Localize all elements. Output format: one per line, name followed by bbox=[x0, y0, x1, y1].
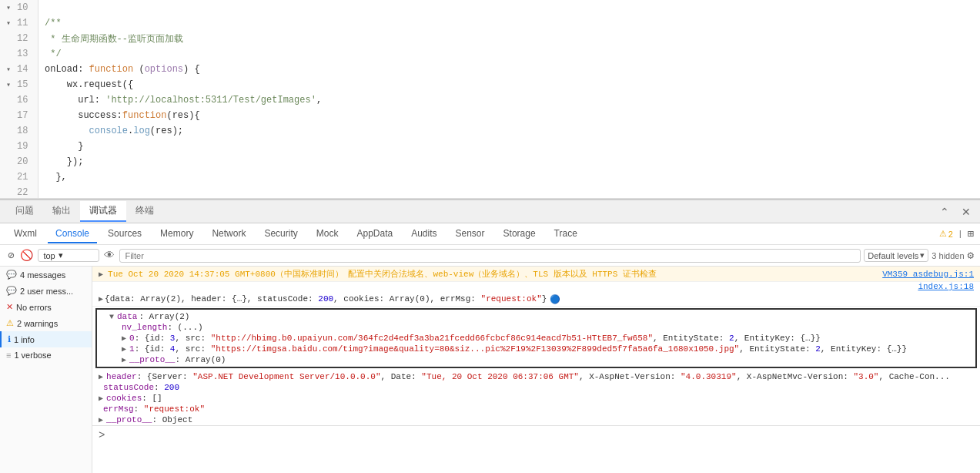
clear-console-icon[interactable]: ⊘ bbox=[6, 247, 15, 263]
tab-wenti[interactable]: 问题 bbox=[6, 201, 43, 222]
devtools-top-tabs: 问题 输出 调试器 终端 ⌃ ✕ bbox=[0, 200, 980, 223]
collapse-button[interactable]: ⌃ bbox=[937, 204, 952, 220]
timestamp-arrow[interactable]: ▶ bbox=[99, 270, 103, 279]
item1-arrow[interactable]: ▶ bbox=[122, 344, 126, 354]
timestamp-row: ▶ Tue Oct 20 2020 14:37:05 GMT+0800（中国标准… bbox=[92, 267, 980, 282]
tab-storage[interactable]: Storage bbox=[496, 225, 544, 243]
sidebar-item-verbose[interactable]: ≡ 1 verbose bbox=[0, 347, 92, 363]
info-icon: ℹ bbox=[8, 334, 11, 344]
cookies-arrow[interactable]: ▶ bbox=[99, 394, 103, 403]
sidebar-item-no-errors[interactable]: ✕ No errors bbox=[0, 299, 92, 315]
tab-sensor[interactable]: Sensor bbox=[448, 225, 493, 243]
context-label: top bbox=[43, 251, 55, 260]
tab-wxml[interactable]: Wxml bbox=[6, 225, 45, 243]
line-num-17: 17 bbox=[6, 108, 32, 123]
code-line-13: */ bbox=[45, 46, 980, 62]
tree-row-statuscode: statusCode: 200 bbox=[92, 382, 980, 393]
code-line-22 bbox=[45, 185, 980, 198]
line-num-12: 12 bbox=[6, 31, 32, 46]
top-tab-group: 问题 输出 调试器 终端 bbox=[6, 201, 163, 222]
data-colon: : Array(2) bbox=[139, 312, 189, 321]
header-arrow[interactable]: ▶ bbox=[99, 372, 103, 381]
divider: | bbox=[958, 230, 963, 239]
line-num-16: 16 bbox=[6, 92, 32, 108]
object-info-icon: 🔵 bbox=[550, 294, 560, 304]
tab-appdata[interactable]: AppData bbox=[349, 225, 400, 243]
gear-icon[interactable]: ⚙ bbox=[968, 249, 974, 262]
sidebar-item-warnings[interactable]: ⚠ 2 warnings bbox=[0, 315, 92, 331]
devtools-panel: 问题 输出 调试器 终端 ⌃ ✕ Wxml Console Sources Me… bbox=[0, 199, 980, 473]
vm-link[interactable]: VM359 asdebug.js:1 bbox=[882, 270, 974, 279]
proto-object-arrow[interactable]: ▶ bbox=[99, 415, 103, 424]
data-key: data bbox=[117, 312, 137, 321]
error-icon: ✕ bbox=[6, 302, 13, 312]
sidebar-item-messages[interactable]: 💬 4 messages bbox=[0, 267, 92, 283]
tab-zhongduan[interactable]: 终端 bbox=[126, 201, 163, 222]
code-line-12: * 生命周期函数--监听页面加载 bbox=[45, 31, 980, 46]
console-input[interactable] bbox=[111, 431, 974, 440]
code-line-11: /** bbox=[45, 15, 980, 31]
console-log-area: ▶ Tue Oct 20 2020 14:37:05 GMT+0800（中国标准… bbox=[92, 267, 980, 473]
tab-console[interactable]: Console bbox=[48, 225, 97, 243]
warning-icon: ⚠ bbox=[939, 229, 947, 239]
tab-memory[interactable]: Memory bbox=[152, 225, 201, 243]
prompt-arrow-icon: > bbox=[99, 429, 105, 441]
user-message-icon: 💬 bbox=[6, 286, 17, 296]
warning-sidebar-icon: ⚠ bbox=[6, 318, 14, 328]
messages-label: 4 messages bbox=[20, 270, 65, 280]
info-label: 1 info bbox=[14, 335, 35, 344]
line-num-10: ▾10 bbox=[6, 0, 32, 15]
close-button[interactable]: ✕ bbox=[958, 204, 974, 220]
line-num-20: 20 bbox=[6, 154, 32, 169]
highlighted-tree-block: ▼ data : Array(2) nv_length: (...) ▶ 0: … bbox=[95, 308, 977, 368]
line-num-14: ▾14 bbox=[6, 62, 32, 77]
eye-icon[interactable]: 👁 bbox=[102, 248, 116, 263]
no-errors-label: No errors bbox=[16, 303, 52, 312]
code-content: /** * 生命周期函数--监听页面加载 */ onLoad: function… bbox=[38, 0, 980, 198]
context-select[interactable]: top ▾ bbox=[38, 249, 99, 262]
tree-row-nvlength: nv_length: (...) bbox=[97, 322, 975, 333]
tab-shuchu[interactable]: 输出 bbox=[43, 201, 80, 222]
tab-network[interactable]: Network bbox=[204, 225, 253, 243]
layout-icon[interactable]: ⊞ bbox=[968, 227, 974, 240]
level-chevron-icon: ▾ bbox=[920, 250, 925, 260]
message-icon: 💬 bbox=[6, 270, 17, 280]
tab-mock[interactable]: Mock bbox=[309, 225, 346, 243]
tree-row-proto-array: ▶ __proto__: Array(0) bbox=[97, 354, 975, 365]
code-line-19: } bbox=[45, 139, 980, 154]
code-line-15: wx.request({ bbox=[45, 77, 980, 92]
index-link[interactable]: index.js:18 bbox=[918, 282, 974, 291]
item0-arrow[interactable]: ▶ bbox=[122, 334, 126, 343]
tab-sources[interactable]: Sources bbox=[100, 225, 149, 243]
code-line-18: console.log(res); bbox=[45, 123, 980, 139]
filter-icon[interactable]: 🚫 bbox=[18, 247, 35, 263]
code-line-20: }); bbox=[45, 154, 980, 169]
proto-array-arrow[interactable]: ▶ bbox=[122, 355, 126, 364]
main-object-text: {data: Array(2), header: {…}, statusCode… bbox=[105, 294, 547, 304]
level-select[interactable]: Default levels ▾ bbox=[864, 249, 928, 262]
hidden-count: 3 hidden bbox=[932, 251, 964, 260]
line-num-21: 21 bbox=[6, 169, 32, 185]
tree-row-header: ▶ header: {Server: "ASP.NET Development … bbox=[92, 371, 980, 382]
sidebar-item-info[interactable]: ℹ 1 info bbox=[0, 331, 92, 347]
tab-trace[interactable]: Trace bbox=[547, 225, 585, 243]
data-arrow[interactable]: ▼ bbox=[109, 313, 114, 321]
tab-security[interactable]: Security bbox=[256, 225, 305, 243]
main-object-arrow[interactable]: ▶ bbox=[99, 294, 103, 304]
tab-audits[interactable]: Audits bbox=[403, 225, 444, 243]
sidebar-item-user-messages[interactable]: 💬 2 user mess... bbox=[0, 283, 92, 299]
tab-tiaoshi[interactable]: 调试器 bbox=[80, 201, 126, 222]
tree-row-0: ▶ 0: {id: 3, src: "http://hbimg.b0.upaiy… bbox=[97, 333, 975, 344]
filter-input[interactable] bbox=[119, 249, 861, 263]
tree-row-cookies: ▶ cookies: [] bbox=[92, 393, 980, 404]
statuscode-key: statusCode bbox=[103, 383, 154, 392]
console-main: 💬 4 messages 💬 2 user mess... ✕ No error… bbox=[0, 267, 980, 473]
warnings-label: 2 warnings bbox=[17, 319, 58, 328]
code-editor: ▾10 ▾11 12 13 ▾14 ▾15 16 17 18 19 20 bbox=[0, 0, 980, 199]
main-object-row: ▶ {data: Array(2), header: {…}, statusCo… bbox=[92, 293, 980, 307]
chevron-down-icon: ▾ bbox=[59, 250, 63, 260]
code-line-14: onLoad: function (options) { bbox=[45, 62, 980, 77]
console-prompt: > bbox=[92, 425, 980, 444]
code-line-17: success:function(res){ bbox=[45, 108, 980, 123]
warning-count: 2 bbox=[948, 230, 953, 239]
